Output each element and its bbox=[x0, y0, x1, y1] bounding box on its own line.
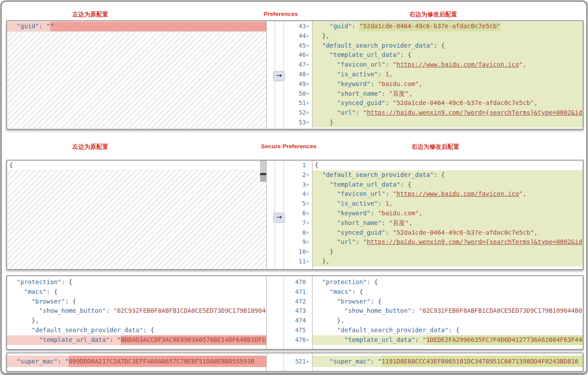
modified-code-pane[interactable]: "super_mac": "1191D8E88CCC43EF0065101DC3… bbox=[312, 353, 583, 371]
modified-code-pane[interactable]: "guid": "52da1cde-0464-49c6-b37e-afdac0c… bbox=[312, 21, 583, 129]
code-segment bbox=[9, 335, 39, 345]
added-line-marker: + bbox=[306, 238, 309, 245]
code-segment: 1, bbox=[385, 199, 393, 209]
code-segment: "super_mac" bbox=[17, 356, 58, 367]
code-segment bbox=[315, 356, 330, 367]
line-number: 51+ bbox=[299, 98, 309, 108]
modified-code-pane[interactable]: { "default_search_provider_data": { "tem… bbox=[312, 161, 583, 269]
line-number-value: 45 bbox=[299, 42, 306, 49]
added-line-marker bbox=[306, 326, 309, 334]
code-segment: "default_search_provider_data" bbox=[322, 170, 434, 180]
code-segment: " bbox=[393, 189, 396, 199]
code-segment: }, bbox=[9, 316, 39, 326]
original-code-pane[interactable]: "super_mac": "099DDD6A217C2A7DC3EFFA80A8… bbox=[7, 353, 267, 371]
code-segment bbox=[315, 98, 337, 108]
code-segment: " bbox=[65, 356, 68, 367]
code-line: "default_search_provider_data": { bbox=[313, 41, 583, 51]
code-segment: "short_name" bbox=[337, 89, 382, 99]
code-segment: }, bbox=[315, 316, 344, 326]
added-line-marker: + bbox=[306, 336, 309, 343]
added-line-marker: + bbox=[306, 171, 309, 178]
code-segment: : { bbox=[434, 41, 445, 51]
code-segment bbox=[9, 287, 24, 297]
code-line: "protection": { bbox=[7, 278, 266, 287]
modified-code-pane[interactable]: "protection": { "macs": { "browser": { "… bbox=[312, 276, 583, 349]
added-line-marker: + bbox=[306, 32, 309, 39]
code-segment bbox=[9, 278, 17, 287]
code-segment: "keyword" bbox=[337, 209, 371, 218]
code-segment: ", bbox=[519, 189, 527, 199]
added-line-marker: + bbox=[306, 90, 309, 97]
inline-diff-fill bbox=[54, 22, 266, 31]
code-segment bbox=[315, 237, 337, 247]
code-line: }, bbox=[7, 316, 266, 326]
line-number-value: 9 bbox=[302, 238, 306, 245]
added-line-marker: + bbox=[306, 248, 309, 255]
line-number-value: 7 bbox=[302, 219, 306, 226]
line-number-column: 470 471 472 473 474 475 476+ bbox=[284, 276, 312, 349]
line-number: 3+ bbox=[302, 180, 309, 190]
code-segment: BDDAD3ACCDF3AC0E8903A0570BE140F64BB1DFEB… bbox=[121, 335, 266, 345]
line-number: 5+ bbox=[302, 199, 309, 209]
vertical-scrollbar-thumb[interactable] bbox=[260, 161, 266, 182]
line-number: 4+ bbox=[302, 189, 309, 199]
line-number-value: 474 bbox=[295, 317, 305, 324]
code-line: "template_url_data": { bbox=[313, 180, 583, 190]
code-segment: : bbox=[382, 218, 389, 228]
line-number-value: 521 bbox=[295, 358, 305, 365]
code-line: "url": "https://baidu.wenxin9.com/?word=… bbox=[313, 237, 583, 247]
code-line: { bbox=[7, 161, 266, 170]
code-segment: " bbox=[378, 356, 381, 367]
code-segment: : bbox=[110, 335, 117, 345]
line-number-value: 50 bbox=[299, 90, 306, 97]
added-line-marker: + bbox=[306, 200, 309, 207]
line-number: 47+ bbox=[299, 60, 309, 70]
original-code-pane[interactable]: { bbox=[7, 161, 267, 269]
code-line: "is_active": 1, bbox=[313, 199, 583, 209]
code-segment: " bbox=[422, 335, 426, 345]
code-segment: "short_name" bbox=[337, 218, 382, 228]
code-line: "template_url_data": "BDDAD3ACCDF3AC0E89… bbox=[7, 335, 266, 345]
code-line: "show_home_button": "02C932FEB0F8ABFB1CD… bbox=[313, 306, 583, 316]
code-segment bbox=[315, 22, 330, 31]
line-number-value: 473 bbox=[295, 307, 305, 314]
code-segment bbox=[315, 170, 322, 180]
code-segment bbox=[315, 278, 322, 287]
original-code-pane[interactable]: "protection": { "macs": { "browser": { "… bbox=[7, 276, 267, 349]
line-number-value: 470 bbox=[295, 278, 305, 285]
line-number: 7+ bbox=[302, 218, 309, 228]
code-line: "super_mac": "1191D8E88CCC43EF0065101DC3… bbox=[313, 356, 583, 367]
line-number: 471 bbox=[295, 287, 309, 297]
right-file-caption: 右边为修改后配置 bbox=[412, 143, 459, 151]
added-line-marker: + bbox=[306, 190, 309, 197]
code-segment: "百度", bbox=[389, 89, 413, 99]
code-segment: "template_url_data" bbox=[330, 180, 400, 190]
code-segment: "favicon_url" bbox=[337, 60, 386, 70]
added-line-marker: + bbox=[306, 22, 309, 30]
code-segment bbox=[315, 89, 337, 99]
code-line: "default_search_provider_data": { bbox=[313, 170, 583, 180]
code-segment: : bbox=[356, 108, 363, 118]
absent-lines-hatch bbox=[7, 170, 266, 269]
line-number-value: 1 bbox=[302, 161, 306, 169]
code-segment: "template_url_data" bbox=[344, 335, 415, 345]
code-segment: : { bbox=[46, 287, 57, 297]
merge-right-arrow-button[interactable]: → bbox=[273, 71, 285, 81]
line-number: 48+ bbox=[299, 70, 309, 79]
added-line-marker bbox=[306, 278, 309, 285]
code-segment: " bbox=[363, 237, 367, 247]
code-segment: "protection" bbox=[17, 278, 61, 287]
added-line-marker: + bbox=[306, 99, 309, 106]
code-segment: "default_search_provider_data" bbox=[32, 326, 143, 335]
line-number-value: 3 bbox=[302, 181, 306, 188]
added-line-marker: + bbox=[306, 80, 309, 87]
code-segment: : { bbox=[448, 326, 459, 335]
diff-panel-protection-macs: "protection": { "macs": { "browser": { "… bbox=[6, 275, 584, 350]
line-number: 475 bbox=[295, 326, 309, 335]
code-segment bbox=[315, 287, 330, 297]
code-segment bbox=[315, 335, 344, 345]
original-code-pane[interactable]: "guid": "" bbox=[7, 21, 267, 129]
code-segment: : bbox=[385, 60, 393, 70]
line-number: 46+ bbox=[299, 50, 309, 60]
merge-right-arrow-button[interactable]: → bbox=[273, 213, 285, 223]
